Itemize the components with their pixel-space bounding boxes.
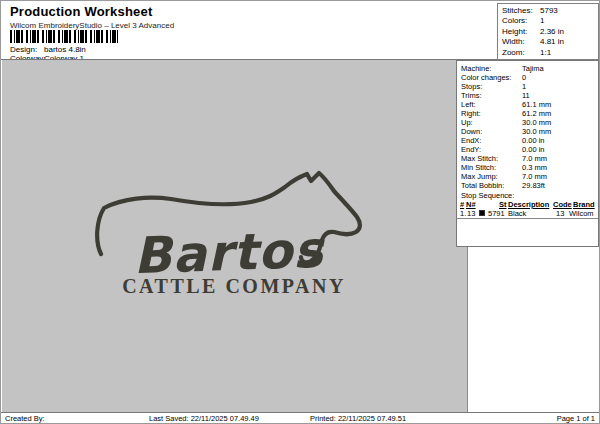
embroidery-logo: Bartos CATTLE COMPANY xyxy=(71,166,391,306)
footer-created-by: Created By: xyxy=(5,414,45,423)
info-value: 29.83ft xyxy=(522,181,545,190)
info-label: Color changes: xyxy=(461,73,522,82)
app-subtitle: Wilcom EmbroideryStudio – Level 3 Advanc… xyxy=(10,21,174,30)
logo-tagline: CATTLE COMPANY xyxy=(122,275,346,297)
header-brand: Brand xyxy=(573,200,595,209)
page-title: Production Worksheet xyxy=(10,4,152,19)
machine-info-row: Right: 61.2 mm xyxy=(461,109,596,118)
stat-label: Width: xyxy=(502,37,540,47)
info-value: 7.0 mm xyxy=(522,172,547,181)
info-value: 0.00 in xyxy=(522,136,545,145)
thread-color-swatch xyxy=(479,210,485,216)
header-code: Code xyxy=(553,200,572,209)
info-label: Max Jump: xyxy=(461,172,522,181)
info-label: Max Stitch: xyxy=(461,154,522,163)
info-value: 1 xyxy=(522,82,526,91)
info-value: Tajima xyxy=(522,64,544,73)
info-label: EndY: xyxy=(461,145,522,154)
design-barcode xyxy=(10,30,118,43)
info-label: Right: xyxy=(461,109,522,118)
cell-num: 1. xyxy=(460,209,466,218)
stat-row-zoom: Zoom: 1:1 xyxy=(502,48,598,58)
machine-info-row: Color changes: 0 xyxy=(461,73,596,82)
stat-value: 2.36 in xyxy=(540,27,564,37)
footer-last-saved: Last Saved: 22/11/2025 07.49.49 xyxy=(149,414,259,423)
info-label: Stops: xyxy=(461,82,522,91)
machine-info-row: Stops: 1 xyxy=(461,82,596,91)
header-stitches: St xyxy=(499,200,507,209)
machine-info-row: Down: 30.0 mm xyxy=(461,127,596,136)
info-value: 11 xyxy=(522,91,530,100)
machine-info-list: Machine: Tajima Color changes: 0 Stops: … xyxy=(461,64,596,190)
footer-printed: Printed: 22/11/2025 07.49.51 xyxy=(310,414,406,423)
stat-row-colors: Colors: 1 xyxy=(502,16,598,26)
design-value: bartos 4.8in xyxy=(44,45,86,54)
stop-sequence-title: Stop Sequence: xyxy=(461,191,514,200)
stat-label: Zoom: xyxy=(502,48,540,58)
design-stats-box: Stitches: 5793 Colors: 1 Height: 2.36 in… xyxy=(497,3,599,60)
design-row: Design: bartos 4.8in xyxy=(10,45,86,54)
machine-info-row: Up: 30.0 mm xyxy=(461,118,596,127)
stat-label: Height: xyxy=(502,27,540,37)
cell-description: Black xyxy=(508,209,526,218)
stat-value: 1:1 xyxy=(540,48,551,58)
machine-info-row: Machine: Tajima xyxy=(461,64,596,73)
stat-label: Colors: xyxy=(502,16,540,26)
info-label: EndX: xyxy=(461,136,522,145)
header-needle: N# xyxy=(466,200,476,209)
production-worksheet-page: Production Worksheet Wilcom EmbroiderySt… xyxy=(0,0,600,424)
header-description: Description xyxy=(508,200,549,209)
machine-info-panel: Machine: Tajima Color changes: 0 Stops: … xyxy=(456,60,599,247)
info-label: Trims: xyxy=(461,91,522,100)
machine-info-row: Total Bobbin: 29.83ft xyxy=(461,181,596,190)
info-label: Up: xyxy=(461,118,522,127)
design-canvas: Bartos CATTLE COMPANY xyxy=(2,60,468,412)
machine-info-row: Max Stitch: 7.0 mm xyxy=(461,154,596,163)
info-label: Left: xyxy=(461,100,522,109)
info-value: 0.3 mm xyxy=(522,163,547,172)
info-value: 30.0 mm xyxy=(522,127,551,136)
stat-row-width: Width: 4.81 in xyxy=(502,37,598,47)
stat-row-height: Height: 2.36 in xyxy=(502,27,598,37)
machine-info-row: EndY: 0.00 in xyxy=(461,145,596,154)
info-label: Total Bobbin: xyxy=(461,181,522,190)
info-label: Machine: xyxy=(461,64,522,73)
header-num: # xyxy=(460,200,464,209)
machine-info-row: EndX: 0.00 in xyxy=(461,136,596,145)
info-label: Min Stitch: xyxy=(461,163,522,172)
machine-info-row: Min Stitch: 0.3 mm xyxy=(461,163,596,172)
machine-info-row: Left: 61.1 mm xyxy=(461,100,596,109)
cell-brand: Wilcom xyxy=(569,209,594,218)
machine-info-row: Max Jump: 7.0 mm xyxy=(461,172,596,181)
stat-value: 4.81 in xyxy=(540,37,564,47)
machine-info-row: Trims: 11 xyxy=(461,91,596,100)
info-value: 30.0 mm xyxy=(522,118,551,127)
info-value: 0.00 in xyxy=(522,145,545,154)
info-value: 0 xyxy=(522,73,526,82)
cell-code: 13 xyxy=(556,209,564,218)
footer-page-number: Page 1 of 1 xyxy=(557,414,595,423)
info-value: 7.0 mm xyxy=(522,154,547,163)
stat-value: 5793 xyxy=(540,6,558,16)
info-label: Down: xyxy=(461,127,522,136)
stat-value: 1 xyxy=(540,16,544,26)
cell-stitches: 5791 xyxy=(488,209,505,218)
info-value: 61.1 mm xyxy=(522,100,551,109)
stop-sequence-row: 1. 13 5791 Black 13 Wilcom xyxy=(457,209,598,219)
info-value: 61.2 mm xyxy=(522,109,551,118)
stat-row-stitches: Stitches: 5793 xyxy=(502,6,598,16)
cell-needle: 13 xyxy=(467,209,475,218)
stop-sequence-header: # N# St Description Code Brand xyxy=(457,200,598,209)
stat-label: Stitches: xyxy=(502,6,540,16)
footer-separator xyxy=(1,412,599,413)
design-label: Design: xyxy=(10,45,44,54)
